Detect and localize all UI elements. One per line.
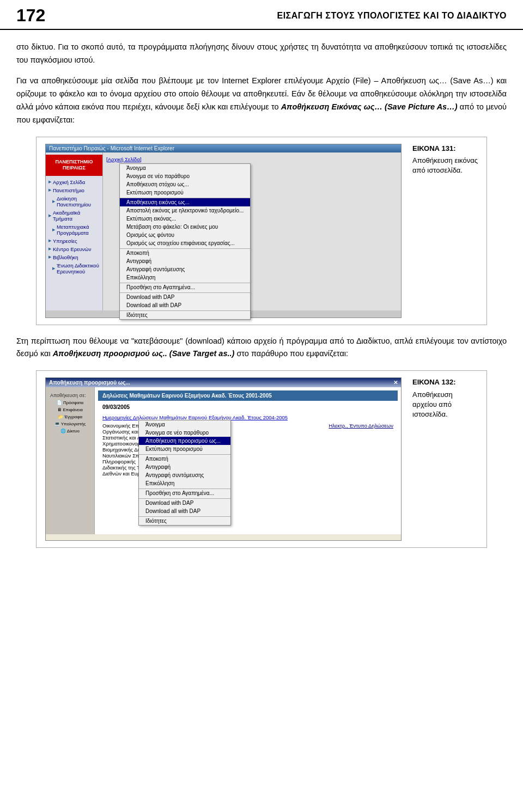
dialog-sidebar-label: Αποθήκευση σε:: [48, 390, 92, 400]
browser-title-1: Πανεπιστήμιο Πειραιώς - Microsoft Intern…: [49, 145, 174, 151]
context-menu-2: Άνοιγμα Άνοιγμα σε νέο παράθυρο Αποθήκευ…: [138, 420, 231, 526]
dialog-body: Αποθήκευση σε: 📄 Πρόσφατα 🖥 Επιφάνεια 📁 …: [46, 387, 401, 534]
page-number: 172: [16, 5, 45, 26]
ctx2-neo-parathiro[interactable]: Άνοιγμα σε νέο παράθυρο: [139, 429, 230, 437]
dialog-main: Δηλώσεις Μαθημάτων Εαρινού Εξαμήνου Ακαδ…: [95, 387, 401, 534]
browser-body-1: ΠΑΝΕΠΙΣΤΗΜΙΟ ΠΕΙΡΑΙΩΣ Αρχική Σελίδα Πανε…: [46, 152, 401, 310]
ctx-item-dap2[interactable]: Download all with DAP: [120, 301, 250, 309]
main-content: στο δίκτυο. Για το σκοπό αυτό, τα προγρά…: [0, 30, 523, 569]
dialog-sidebar: Αποθήκευση σε: 📄 Πρόσφατα 🖥 Επιφάνεια 📁 …: [46, 387, 95, 534]
nav-item-1[interactable]: Αρχική Σελίδα: [46, 178, 102, 186]
ctx-item-antigrafi-syndom[interactable]: Αντιγραφή συντόμευσης: [120, 265, 250, 273]
figure-1-image: Πανεπιστήμιο Πειραιώς - Microsoft Intern…: [45, 144, 402, 318]
nav-item-7[interactable]: Κέντρο Ερευνών: [46, 245, 102, 253]
sidebar-icon-desktop[interactable]: 🖥 Επιφάνεια: [50, 407, 90, 412]
sidebar-icon-network[interactable]: 🌐 Δίκτυο: [50, 429, 90, 434]
dialog-title-text: Αποθήκευση προορισμού ως...: [49, 380, 130, 386]
para3-end: στο παράθυρο που εμφανίζεται:: [234, 349, 348, 358]
ctx2-idiotites[interactable]: Ιδιότητες: [139, 516, 230, 525]
dialog-sidebar-icons: 📄 Πρόσφατα 🖥 Επιφάνεια 📁 Έγγραφα 💻 Υπολο…: [48, 400, 92, 434]
ctx2-apothikeysi-proorismos[interactable]: Αποθήκευση προορισμού ως...: [139, 437, 230, 445]
nav-item-3[interactable]: Διοίκηση Πανεπιστημίου: [46, 194, 102, 209]
browser-mockup-1: Πανεπιστήμιο Πειραιώς - Microsoft Intern…: [45, 144, 402, 318]
ctx2-epikolisi[interactable]: Επικόλληση: [139, 479, 230, 487]
ctx2-dap1[interactable]: Download with DAP: [139, 498, 230, 507]
figure-1-caption: ΕΙΚΟΝΑ 131: Αποθήκευση εικόνας από ιστοσ…: [402, 144, 478, 176]
ctx-item-ektyp-eikonas[interactable]: Εκτύπωση εικόνας...: [120, 215, 250, 223]
paragraph-2: Για να αποθηκεύσουμε μία σελίδα που βλέπ…: [16, 75, 507, 127]
dialog-close-icon[interactable]: ✕: [393, 380, 398, 386]
paragraph-3: Στη περίπτωση που θέλουμε να "κατεβάσουμ…: [16, 335, 507, 361]
figure-2-container: Αποθήκευση προορισμού ως... ✕ Αποθήκευση…: [36, 370, 487, 548]
ctx2-apokopi[interactable]: Αποκοπή: [139, 454, 230, 463]
ctx2-antigrafi[interactable]: Αντιγραφή: [139, 463, 230, 471]
page-link-1[interactable]: [Αρχική Σελίδα]: [106, 156, 142, 162]
figure-1-caption-title: ΕΙΚΟΝΑ 131:: [412, 144, 478, 154]
ctx2-antigrafi-syndom[interactable]: Αντιγραφή συντόμευσης: [139, 471, 230, 479]
figure-2-caption-title: ΕΙΚΟΝΑ 132:: [412, 377, 478, 387]
right-content[interactable]: Ηλεκτρ., Έντυπο Δηλώσεων: [329, 423, 393, 429]
context-menu-1: Άνοιγμα Άνοιγμα σε νέο παράθυρο Αποθήκευ…: [119, 163, 251, 320]
ctx2-dap2[interactable]: Download all with DAP: [139, 507, 230, 515]
nav-item-8[interactable]: Βιβλιοθήκη: [46, 253, 102, 261]
ctx-item-epikolisi[interactable]: Επικόλληση: [120, 273, 250, 282]
sidebar-nav-1: ΠΑΝΕΠΙΣΤΗΜΙΟ ΠΕΙΡΑΙΩΣ Αρχική Σελίδα Πανε…: [46, 152, 103, 310]
page-title: ΕΙΣΑΓΩΓΗ ΣΤΟΥΣ ΥΠΟΛΟΓΙΣΤΕΣ ΚΑΙ ΤΟ ΔΙΑΔΙΚ…: [277, 11, 507, 21]
figure-1-container: Πανεπιστήμιο Πειραιώς - Microsoft Intern…: [36, 137, 487, 325]
figure-1-caption-text: Αποθήκευση εικόνας από ιστοσελίδα.: [412, 156, 478, 175]
ctx2-anoigma[interactable]: Άνοιγμα: [139, 420, 230, 429]
figure-2-caption: ΕΙΚΟΝΑ 132: Αποθήκευση αρχείου από ιστοσ…: [402, 377, 478, 419]
ctx-item-ektyp-prorismos[interactable]: Εκτύπωση προορισμού: [120, 188, 250, 197]
ctx-item-apothikeysi-stoxou[interactable]: Αποθήκευση στόχου ως...: [120, 180, 250, 188]
ctx-item-apothikeysi-eikonas[interactable]: Αποθήκευση εικόνας ως...: [120, 198, 250, 206]
nav-item-5[interactable]: Μεταπτυχιακά Προγράμματα: [46, 223, 102, 237]
browser-titlebar-1: Πανεπιστήμιο Πειραιώς - Microsoft Intern…: [46, 144, 401, 152]
ctx-item-agapimena[interactable]: Προσθήκη στο Αγαπημένα...: [120, 283, 250, 291]
page-header: 172 ΕΙΣΑΓΩΓΗ ΣΤΟΥΣ ΥΠΟΛΟΓΙΣΤΕΣ ΚΑΙ ΤΟ ΔΙ…: [0, 0, 523, 30]
para2-italic: Αποθήκευση Εικόνας ως… (Save Picture As……: [281, 102, 458, 111]
ctx2-agapimena[interactable]: Προσθήκη στο Αγαπημένα...: [139, 489, 230, 497]
sidebar-icon-pc[interactable]: 💻 Υπολογιστής: [50, 422, 90, 426]
figure-2-image: Αποθήκευση προορισμού ως... ✕ Αποθήκευση…: [45, 377, 402, 541]
nav-item-6[interactable]: Υπηρεσίες: [46, 237, 102, 245]
nav-item-4[interactable]: Ακαδημαϊκά Τμήματα: [46, 209, 102, 223]
sidebar-icon-docs[interactable]: 📁 Έγγραφα: [50, 414, 90, 419]
ctx-item-idiotites[interactable]: Ιδιότητες: [120, 310, 250, 319]
page-content-area-1: [Αρχική Σελίδα] Άνοιγμα Άνοιγμα σε νέο π…: [103, 152, 401, 310]
ctx-item-antigrafi[interactable]: Αντιγραφή: [120, 257, 250, 265]
uni-logo: ΠΑΝΕΠΙΣΤΗΜΙΟ ΠΕΙΡΑΙΩΣ: [46, 155, 102, 176]
save-dialog-mock: Αποθήκευση προορισμού ως... ✕ Αποθήκευση…: [45, 377, 402, 541]
paragraph-1: στο δίκτυο. Για το σκοπό αυτό, τα προγρά…: [16, 41, 507, 67]
ctx2-ektyp[interactable]: Εκτύπωση προορισμού: [139, 445, 230, 453]
nav-item-2[interactable]: Πανεπιστήμιο: [46, 186, 102, 194]
nav-item-9[interactable]: Ένωση Διδακτικού Ερευνητικού: [46, 261, 102, 276]
ctx-item-metavasi[interactable]: Μετάβαση στο φάκελο: Οι εικόνες μου: [120, 223, 250, 231]
dialog-content-header: Δηλώσεις Μαθημάτων Εαρινού Εξαμήνου Ακαδ…: [98, 390, 398, 401]
para3-italic: Αποθήκευση προορισμού ως.. (Save Target …: [53, 349, 235, 358]
ctx-item-stoixeio[interactable]: Ορισμός ως στοιχείου επιφάνειας εργασίας…: [120, 239, 250, 247]
ctx-item-neo-parathiro[interactable]: Άνοιγμα σε νέο παράθυρο: [120, 172, 250, 180]
ctx-item-founto[interactable]: Ορισμός ως φόντου: [120, 231, 250, 239]
figure-2-caption-text: Αποθήκευση αρχείου από ιστοσελίδα.: [412, 390, 478, 420]
ctx-item-anoigma[interactable]: Άνοιγμα: [120, 164, 250, 172]
dialog-titlebar: Αποθήκευση προορισμού ως... ✕: [46, 378, 401, 387]
uni-name: ΠΑΝΕΠΙΣΤΗΜΙΟ ΠΕΙΡΑΙΩΣ: [48, 159, 100, 172]
dialog-content-date: 09/03/2005: [98, 403, 398, 411]
ctx-item-apostoli[interactable]: Αποστολή εικόνας με ηλεκτρονικό ταχυδρομ…: [120, 206, 250, 215]
ctx-item-dap1[interactable]: Download with DAP: [120, 292, 250, 301]
ctx-item-apokopi[interactable]: Αποκοπή: [120, 248, 250, 257]
sidebar-icon-recent[interactable]: 📄 Πρόσφατα: [50, 400, 90, 405]
